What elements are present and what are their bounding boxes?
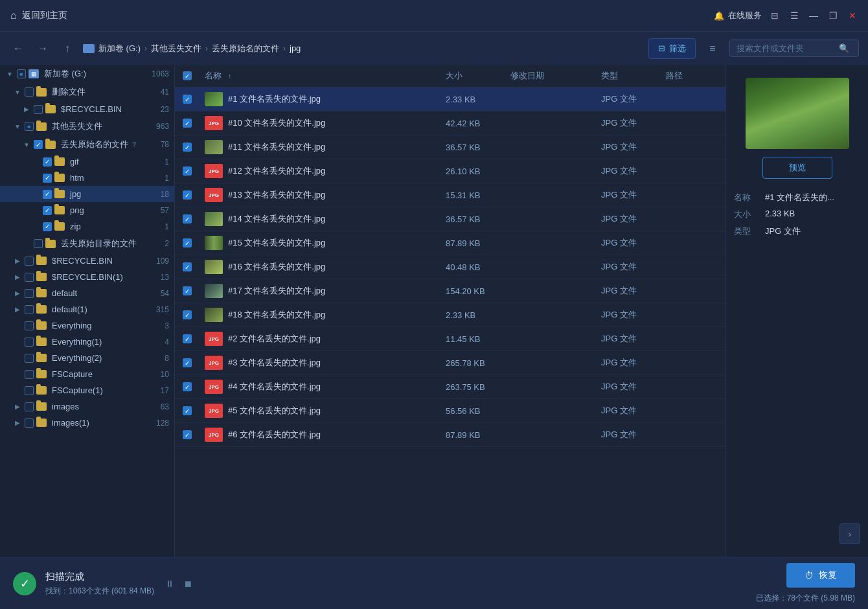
sidebar-item-everything2[interactable]: Everything(1) 4 <box>0 334 174 350</box>
checkbox-root[interactable] <box>17 69 26 78</box>
file-checkbox-1[interactable] <box>183 95 192 104</box>
checkbox-png[interactable] <box>43 206 52 215</box>
sidebar-item-everything3[interactable]: Everything(2) 8 <box>0 350 174 366</box>
stop-btn[interactable]: ⏹ <box>181 577 194 590</box>
table-row[interactable]: #15 文件名丢失的文件.jpg 87.89 KB JPG 文件 <box>175 231 725 255</box>
minimize-btn[interactable]: — <box>808 10 819 21</box>
file-checkbox-14[interactable] <box>183 406 192 415</box>
checkbox-htm[interactable] <box>43 174 52 183</box>
file-checkbox-11[interactable] <box>183 334 192 343</box>
preview-next-btn[interactable]: › <box>839 523 860 544</box>
table-row[interactable]: JPG #10 文件名丢失的文件.jpg 42.42 KB JPG 文件 <box>175 111 725 135</box>
sidebar-item-root[interactable]: ▦ 新加卷 (G:) 1063 <box>0 65 174 83</box>
maximize-btn[interactable]: ❐ <box>828 10 838 21</box>
sidebar-item-images1[interactable]: images 63 <box>0 398 174 415</box>
checkbox-lost-dir[interactable] <box>34 239 43 248</box>
copy-window-btn[interactable]: ⊟ <box>770 10 780 21</box>
table-row[interactable]: #18 文件名丢失的文件.jpg 2.33 KB JPG 文件 <box>175 303 725 327</box>
checkbox-recycle1[interactable] <box>34 105 43 114</box>
checkbox-default2[interactable] <box>25 305 34 314</box>
sidebar-item-zip[interactable]: zip 1 <box>0 218 174 235</box>
file-checkbox-12[interactable] <box>183 358 192 367</box>
file-checkbox-9[interactable] <box>183 286 192 295</box>
checkbox-gif[interactable] <box>43 157 52 167</box>
table-row[interactable]: #1 文件名丢失的文件.jpg 2.33 KB JPG 文件 <box>175 87 725 111</box>
sidebar-item-fscapture1[interactable]: FSCapture 10 <box>0 366 174 382</box>
sidebar-item-default1[interactable]: default 54 <box>0 285 174 301</box>
checkbox-recycle3[interactable] <box>25 273 34 282</box>
sidebar-item-everything1[interactable]: Everything 3 <box>0 317 174 334</box>
recover-button[interactable]: ⏱ 恢复 <box>786 563 855 588</box>
table-row[interactable]: JPG #5 文件名丢失的文件.jpg 56.56 KB JPG 文件 <box>175 399 725 423</box>
header-date[interactable]: 修改日期 <box>510 70 601 82</box>
sidebar-item-default2[interactable]: default(1) 315 <box>0 301 174 317</box>
header-size[interactable]: 大小 <box>446 70 510 82</box>
checkbox-zip[interactable] <box>43 222 52 231</box>
header-name[interactable]: 名称 ↑ <box>205 70 446 82</box>
file-checkbox-6[interactable] <box>183 214 192 224</box>
table-row[interactable]: JPG #6 文件名丢失的文件.jpg 87.89 KB JPG 文件 <box>175 423 725 447</box>
checkbox-jpg[interactable] <box>43 190 52 199</box>
checkbox-other-lost[interactable] <box>25 122 34 131</box>
file-checkbox-8[interactable] <box>183 262 192 271</box>
checkbox-images1[interactable] <box>25 402 34 411</box>
file-checkbox-15[interactable] <box>183 430 192 439</box>
table-row[interactable]: JPG #4 文件名丢失的文件.jpg 263.75 KB JPG 文件 <box>175 375 725 399</box>
sidebar-item-deleted[interactable]: 删除文件 41 <box>0 83 174 101</box>
file-checkbox-10[interactable] <box>183 310 192 319</box>
search-input[interactable] <box>737 43 834 53</box>
file-checkbox-3[interactable] <box>183 143 192 152</box>
select-all-checkbox[interactable]: ✓ <box>183 71 192 80</box>
sidebar-item-lost-named[interactable]: 丢失原始名的文件 ? 78 <box>0 135 174 154</box>
sidebar-item-recycle1[interactable]: $RECYCLE.BIN 23 <box>0 101 174 117</box>
close-btn[interactable]: ✕ <box>847 10 858 21</box>
table-row[interactable]: #11 文件名丢失的文件.jpg 36.57 KB JPG 文件 <box>175 135 725 159</box>
sidebar-item-recycle2[interactable]: $RECYCLE.BIN 109 <box>0 253 174 269</box>
search-icon[interactable]: 🔍 <box>839 43 849 53</box>
sidebar-item-gif[interactable]: gif 1 <box>0 154 174 170</box>
view-toggle-btn[interactable]: ≡ <box>702 38 723 59</box>
checkbox-default1[interactable] <box>25 289 34 298</box>
file-checkbox-13[interactable] <box>183 382 192 391</box>
checkbox-lost-named[interactable] <box>34 140 43 149</box>
table-row[interactable]: JPG #3 文件名丢失的文件.jpg 265.78 KB JPG 文件 <box>175 351 725 375</box>
checkbox-fscapture2[interactable] <box>25 386 34 395</box>
table-row[interactable]: JPG #2 文件名丢失的文件.jpg 11.45 KB JPG 文件 <box>175 327 725 351</box>
online-service[interactable]: 🔔 在线服务 <box>714 10 762 21</box>
breadcrumb-item-4[interactable]: jpg <box>290 43 301 53</box>
sidebar-item-png[interactable]: png 57 <box>0 202 174 218</box>
filter-button[interactable]: ⊟ 筛选 <box>648 38 696 59</box>
header-type[interactable]: 类型 <box>601 70 666 82</box>
sidebar-item-fscapture2[interactable]: FSCapture(1) 17 <box>0 382 174 398</box>
back-btn[interactable]: ← <box>9 40 27 58</box>
checkbox-everything1[interactable] <box>25 321 34 330</box>
checkbox-images2[interactable] <box>25 419 34 428</box>
home-label[interactable]: 返回到主页 <box>22 10 67 21</box>
checkbox-everything2[interactable] <box>25 338 34 347</box>
sidebar-item-htm[interactable]: htm 1 <box>0 170 174 186</box>
table-row[interactable]: #16 文件名丢失的文件.jpg 40.48 KB JPG 文件 <box>175 255 725 279</box>
forward-btn[interactable]: → <box>34 40 52 58</box>
sidebar-item-recycle3[interactable]: $RECYCLE.BIN(1) 13 <box>0 269 174 285</box>
preview-button[interactable]: 预览 <box>762 157 832 179</box>
breadcrumb-item-2[interactable]: 其他丢失文件 <box>151 43 201 54</box>
file-checkbox-7[interactable] <box>183 238 192 247</box>
up-btn[interactable]: ↑ <box>58 40 76 58</box>
table-row[interactable]: JPG #12 文件名丢失的文件.jpg 26.10 KB JPG 文件 <box>175 159 725 183</box>
file-checkbox-2[interactable] <box>183 119 192 128</box>
sidebar-item-jpg[interactable]: jpg 18 <box>0 186 174 202</box>
table-row[interactable]: JPG #13 文件名丢失的文件.jpg 15.31 KB JPG 文件 <box>175 183 725 207</box>
table-row[interactable]: #14 文件名丢失的文件.jpg 36.57 KB JPG 文件 <box>175 207 725 231</box>
menu-btn[interactable]: ☰ <box>789 10 799 21</box>
sidebar-item-images2[interactable]: images(1) 128 <box>0 415 174 431</box>
file-checkbox-5[interactable] <box>183 190 192 200</box>
checkbox-deleted[interactable] <box>25 87 34 97</box>
pause-btn[interactable]: ⏸ <box>163 577 176 590</box>
file-checkbox-4[interactable] <box>183 167 192 176</box>
header-path[interactable]: 路径 <box>666 70 718 82</box>
table-row[interactable]: #17 文件名丢失的文件.jpg 154.20 KB JPG 文件 <box>175 279 725 303</box>
breadcrumb-item-3[interactable]: 丢失原始名的文件 <box>212 43 279 54</box>
checkbox-recycle2[interactable] <box>25 257 34 266</box>
checkbox-everything3[interactable] <box>25 354 34 363</box>
breadcrumb-item-1[interactable]: 新加卷 (G:) <box>98 43 141 54</box>
